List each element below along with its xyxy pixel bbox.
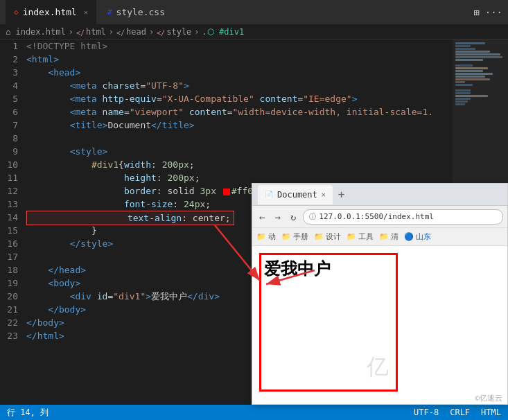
tab-label-html: index.html (23, 7, 77, 17)
browser-url: 127.0.0.1:5500/index.html (319, 212, 434, 221)
svg-text:</>: </> (116, 29, 125, 36)
bookmark-dong[interactable]: 📁 动 (256, 231, 276, 242)
browser-tab-icon: 📄 (265, 191, 273, 198)
tab-label-css: style.css (116, 7, 165, 17)
line-7: 7 <title>Document</title> (0, 119, 508, 132)
browser-address-bar[interactable]: ⓘ 127.0.0.1:5500/index.html (303, 209, 503, 225)
bookmark-sheji[interactable]: 📁 设计 (314, 231, 341, 242)
line-10: 10 #div1{width: 200px; (0, 158, 508, 171)
color-swatch-red (223, 189, 230, 195)
more-icon[interactable]: ··· (485, 7, 502, 18)
status-position: 行 14, 列 (7, 407, 49, 419)
breadcrumb-item-div1[interactable]: .⬡ #div1 (202, 27, 245, 37)
browser-new-tab-button[interactable]: + (338, 188, 345, 201)
watermark-label: ©亿速云 (475, 393, 502, 403)
breadcrumb-sep-2: › (109, 27, 114, 37)
browser-titlebar: 📄 Document ✕ + (252, 184, 507, 206)
svg-text:</>: </> (76, 29, 85, 36)
line-8: 8 (0, 132, 508, 145)
bookmark-icon-sheji: 📁 (314, 232, 324, 241)
breadcrumb-item-file[interactable]: ⌂ index.html (6, 27, 66, 37)
browser-tab-label: Document (277, 190, 317, 200)
line-6: 6 <meta name="viewport" content="width=d… (0, 105, 508, 119)
bookmark-label-dong: 动 (268, 231, 276, 242)
browser-popup: 📄 Document ✕ + ← → ↻ ⓘ 127.0.0.1:5500/in… (252, 183, 508, 405)
browser-back-button[interactable]: ← (256, 210, 268, 224)
breadcrumb: ⌂ index.html › </>html › </>head › </>st… (0, 24, 508, 40)
status-line-ending: CRLF (450, 408, 470, 417)
status-language: HTML (481, 408, 501, 417)
browser-bookmarks-bar: 📁 动 📁 手册 📁 设计 📁 工具 📁 清 🔵 山东 (252, 228, 507, 246)
status-right: UTF-8 CRLF HTML (414, 408, 501, 417)
svg-text:</>: </> (157, 29, 165, 36)
bookmark-icon-shandong: 🔵 (404, 232, 414, 241)
bookmark-label-gongju: 工具 (358, 231, 374, 242)
line-2: 2 <html> (0, 53, 508, 66)
bookmark-gongju[interactable]: 📁 工具 (347, 231, 374, 242)
lock-icon: ⓘ (309, 212, 316, 222)
tab-close-html[interactable]: ✕ (84, 8, 88, 16)
title-bar: ◇ index.html ✕ # style.css ⊞ ··· (0, 0, 508, 24)
bookmark-label-shouce: 手册 (293, 231, 308, 242)
rendered-box-watermark: 亿 (367, 352, 389, 383)
breadcrumb-item-head[interactable]: </>head (116, 27, 146, 37)
html-icon: ◇ (14, 8, 19, 17)
line-5: 5 <meta http-equiv="X-UA-Compatible" con… (0, 92, 508, 105)
browser-active-tab[interactable]: 📄 Document ✕ (258, 185, 333, 204)
rendered-div-box: 爱我中户 亿 (259, 253, 398, 392)
bookmark-label-sheji: 设计 (326, 231, 341, 242)
title-bar-actions: ⊞ ··· (473, 7, 502, 18)
bookmark-shandong[interactable]: 🔵 山东 (404, 231, 431, 242)
tab-index-html[interactable]: ◇ index.html ✕ (6, 0, 96, 24)
line-4: 4 <meta charset="UTF-8"> (0, 79, 508, 92)
browser-refresh-button[interactable]: ↻ (288, 210, 299, 224)
browser-content: 爱我中户 亿 (252, 246, 507, 404)
line-3: 3 <head> (0, 66, 508, 79)
breadcrumb-sep-4: › (194, 27, 199, 37)
bookmark-icon-shouce: 📁 (281, 232, 291, 241)
bookmark-shouce[interactable]: 📁 手册 (281, 231, 308, 242)
browser-tab-close[interactable]: ✕ (322, 191, 326, 198)
bookmark-icon-qing: 📁 (379, 232, 389, 241)
bookmark-qing[interactable]: 📁 清 (379, 231, 398, 242)
line-1: 1 <!DOCTYPE html> (0, 40, 508, 53)
browser-forward-button[interactable]: → (272, 210, 283, 224)
layout-icon[interactable]: ⊞ (473, 7, 479, 18)
rendered-text: 爱我中户 (264, 259, 331, 278)
css-icon: # (107, 8, 112, 17)
bookmark-label-shandong: 山东 (416, 231, 431, 242)
bookmark-icon-dong: 📁 (256, 232, 266, 241)
status-encoding: UTF-8 (414, 408, 439, 417)
browser-toolbar: ← → ↻ ⓘ 127.0.0.1:5500/index.html (252, 206, 507, 228)
breadcrumb-sep-1: › (69, 27, 73, 37)
status-bar: 行 14, 列 UTF-8 CRLF HTML (0, 405, 508, 420)
line-9: 9 <style> (0, 145, 508, 158)
breadcrumb-item-html[interactable]: </>html (76, 27, 106, 37)
breadcrumb-item-style[interactable]: </>style (157, 27, 191, 37)
bookmark-icon-gongju: 📁 (347, 232, 356, 241)
breadcrumb-sep-3: › (149, 27, 154, 37)
bookmark-label-qing: 清 (391, 231, 398, 242)
tab-style-css[interactable]: # style.css (99, 0, 173, 24)
main-container: 1 <!DOCTYPE html> 2 <html> 3 <head> 4 <m… (0, 40, 508, 405)
